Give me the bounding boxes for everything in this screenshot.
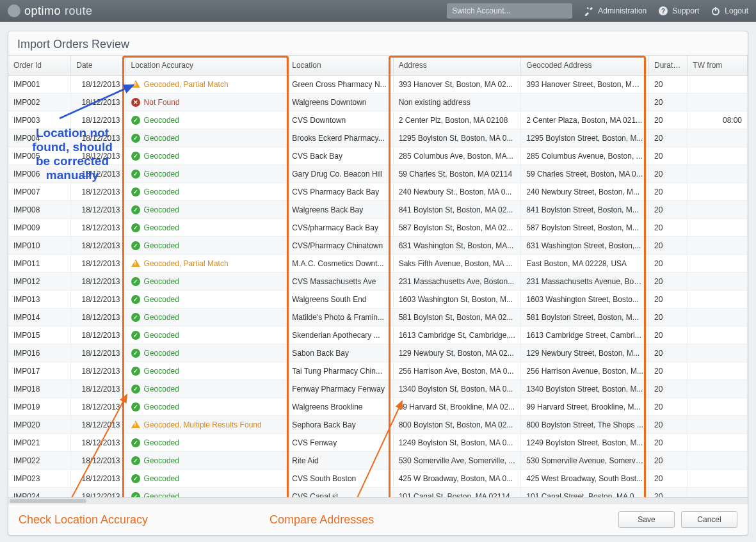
table-row[interactable]: IMP00718/12/2013✓GeocodedCVS Pharmacy Ba… bbox=[8, 183, 748, 201]
table-row[interactable]: IMP00618/12/2013✓GeocodedGary Drug Co. B… bbox=[8, 165, 748, 183]
cancel-button[interactable]: Cancel bbox=[681, 511, 737, 528]
table-row[interactable]: IMP01218/12/2013✓GeocodedCVS Massachuset… bbox=[8, 273, 748, 291]
warning-icon bbox=[131, 259, 140, 268]
col-accuracy[interactable]: Location Accuracy bbox=[125, 56, 287, 76]
cell-date: 18/12/2013 bbox=[71, 273, 125, 291]
cell-geocoded: 425 West Broadway, South Bost... bbox=[521, 470, 649, 488]
cell-tw-from bbox=[688, 129, 748, 147]
cell-address: 99 Harvard St, Brookline, MA 02... bbox=[393, 398, 521, 416]
cell-accuracy: ✓Geocoded bbox=[125, 273, 287, 291]
table-row[interactable]: IMP01018/12/2013✓GeocodedCVS/Pharmacy Ch… bbox=[8, 237, 748, 255]
cell-accuracy: ✓Geocoded bbox=[125, 470, 287, 488]
footer: Check Location Accuracy Compare Addresse… bbox=[8, 504, 748, 535]
brand-a: optimo bbox=[24, 4, 61, 18]
switch-account-input[interactable] bbox=[447, 3, 572, 19]
cell-tw-from bbox=[688, 488, 748, 498]
cell-date: 18/12/2013 bbox=[71, 416, 125, 434]
table-row[interactable]: IMP01318/12/2013✓GeocodedWalgreens South… bbox=[8, 291, 748, 308]
brand-b: route bbox=[65, 4, 93, 18]
cell-tw-from bbox=[688, 255, 748, 273]
col-order-id[interactable]: Order Id bbox=[8, 56, 71, 76]
accuracy-label: Geocoded bbox=[144, 277, 179, 286]
cell-tw-from bbox=[688, 219, 748, 237]
table-row[interactable]: IMP01118/12/2013Geocoded, Partial MatchM… bbox=[8, 255, 748, 273]
cell-location: CVS/Pharmacy Chinatown bbox=[287, 237, 393, 255]
cell-address: 1340 Boylston St, Boston, MA 0... bbox=[393, 380, 521, 398]
horizontal-scrollbar[interactable] bbox=[8, 497, 748, 504]
table-row[interactable]: IMP01718/12/2013✓GeocodedTai Tung Pharma… bbox=[8, 362, 748, 380]
cell-location: M.A.C. Cosmetics Downt... bbox=[287, 255, 393, 273]
table-row[interactable]: IMP00518/12/2013✓GeocodedCVS Back Bay285… bbox=[8, 147, 748, 165]
cell-address: 587 Boylston St, Boston, MA 02... bbox=[393, 219, 521, 237]
col-duration[interactable]: Duration bbox=[649, 56, 688, 76]
cell-order-id: IMP006 bbox=[8, 165, 71, 183]
cell-duration: 20 bbox=[649, 362, 688, 380]
table-row[interactable]: IMP01518/12/2013✓GeocodedSkenderian Apot… bbox=[8, 326, 748, 344]
check-icon: ✓ bbox=[131, 403, 140, 411]
col-tw-from[interactable]: TW from bbox=[688, 56, 748, 76]
cell-tw-from bbox=[688, 362, 748, 380]
cell-order-id: IMP013 bbox=[8, 291, 71, 308]
cell-order-id: IMP007 bbox=[8, 183, 71, 201]
cell-location: CVS Pharmacy Back Bay bbox=[287, 183, 393, 201]
table-row[interactable]: IMP00918/12/2013✓GeocodedCVS/pharmacy Ba… bbox=[8, 219, 748, 237]
cell-date: 18/12/2013 bbox=[71, 165, 125, 183]
cell-geocoded: 2 Center Plaza, Boston, MA 021... bbox=[521, 111, 649, 129]
cell-order-id: IMP005 bbox=[8, 147, 71, 165]
check-icon: ✓ bbox=[131, 295, 140, 304]
table-row[interactable]: IMP00418/12/2013✓GeocodedBrooks Eckerd P… bbox=[8, 129, 748, 147]
cell-date: 18/12/2013 bbox=[71, 398, 125, 416]
table-row[interactable]: IMP02218/12/2013✓GeocodedRite Aid530 Som… bbox=[8, 452, 748, 470]
table-row[interactable]: IMP01818/12/2013✓GeocodedFenway Pharmacy… bbox=[8, 380, 748, 398]
cell-address: 1603 Washington St, Boston, M... bbox=[393, 291, 521, 308]
cell-geocoded: 129 Newbury Street, Boston, M... bbox=[521, 344, 649, 362]
support-link[interactable]: ? Support bbox=[658, 6, 699, 16]
col-location[interactable]: Location bbox=[287, 56, 393, 76]
admin-label: Administration bbox=[598, 6, 647, 15]
cell-location: CVS Downtown bbox=[287, 111, 393, 129]
cell-accuracy: Geocoded, Partial Match bbox=[125, 76, 287, 93]
cell-accuracy: ✓Geocoded bbox=[125, 362, 287, 380]
cell-address: 1249 Boylston St, Boston, MA 0... bbox=[393, 434, 521, 452]
table-row[interactable]: IMP00318/12/2013✓GeocodedCVS Downtown2 C… bbox=[8, 111, 748, 129]
accuracy-label: Geocoded bbox=[144, 492, 179, 498]
accuracy-label: Geocoded bbox=[144, 295, 179, 304]
table-row[interactable]: IMP02418/12/2013✓GeocodedCVS Canal st101… bbox=[8, 488, 748, 498]
cell-geocoded: 101 Canal Street, Boston, MA 0... bbox=[521, 488, 649, 498]
admin-link[interactable]: Administration bbox=[584, 6, 647, 16]
table-row[interactable]: IMP00818/12/2013✓GeocodedWalgreens Back … bbox=[8, 201, 748, 219]
cell-geocoded: 240 Newbury Street, Boston, M... bbox=[521, 183, 649, 201]
cell-location: Walgreens South End bbox=[287, 291, 393, 308]
cell-accuracy: ✓Geocoded bbox=[125, 291, 287, 308]
col-address[interactable]: Address bbox=[393, 56, 521, 76]
cell-order-id: IMP024 bbox=[8, 488, 71, 498]
accuracy-label: Geocoded, Partial Match bbox=[144, 259, 229, 268]
cell-tw-from bbox=[688, 237, 748, 255]
cell-duration: 20 bbox=[649, 326, 688, 344]
import-review-panel: Import Orders Review Order Id Date Locat… bbox=[8, 31, 748, 536]
check-icon: ✓ bbox=[131, 223, 140, 232]
table-row[interactable]: IMP00218/12/2013✕Not FoundWalgreens Down… bbox=[8, 93, 748, 111]
accuracy-label: Geocoded bbox=[144, 403, 179, 411]
annotation-compare: Compare Addresses bbox=[269, 513, 374, 527]
col-date[interactable]: Date bbox=[71, 56, 125, 76]
accuracy-label: Geocoded bbox=[144, 170, 179, 179]
logout-link[interactable]: Logout bbox=[711, 6, 748, 16]
table-row[interactable]: IMP02318/12/2013✓GeocodedCVS South Bosto… bbox=[8, 470, 748, 488]
save-button[interactable]: Save bbox=[618, 511, 675, 528]
cell-geocoded: 1613 Cambridge Street, Cambri... bbox=[521, 326, 649, 344]
cell-order-id: IMP001 bbox=[8, 76, 71, 93]
table-row[interactable]: IMP02118/12/2013✓GeocodedCVS Fenway1249 … bbox=[8, 434, 748, 452]
cell-geocoded: 59 Charles Street, Boston, MA 0... bbox=[521, 165, 649, 183]
cell-duration: 20 bbox=[649, 344, 688, 362]
cell-order-id: IMP003 bbox=[8, 111, 71, 129]
cell-address: Non existing address bbox=[393, 93, 521, 111]
table-row[interactable]: IMP01918/12/2013✓GeocodedWalgreens Brook… bbox=[8, 398, 748, 416]
table-row[interactable]: IMP01418/12/2013✓GeocodedMatilde's Photo… bbox=[8, 308, 748, 326]
col-geocoded[interactable]: Geocoded Address bbox=[521, 56, 649, 76]
cell-tw-from bbox=[688, 326, 748, 344]
table-row[interactable]: IMP02018/12/2013Geocoded, Multiple Resul… bbox=[8, 416, 748, 434]
table-row[interactable]: IMP01618/12/2013✓GeocodedSabon Back Bay1… bbox=[8, 344, 748, 362]
table-row[interactable]: IMP00118/12/2013Geocoded, Partial MatchG… bbox=[8, 76, 748, 93]
accuracy-label: Geocoded, Multiple Results Found bbox=[144, 420, 262, 429]
